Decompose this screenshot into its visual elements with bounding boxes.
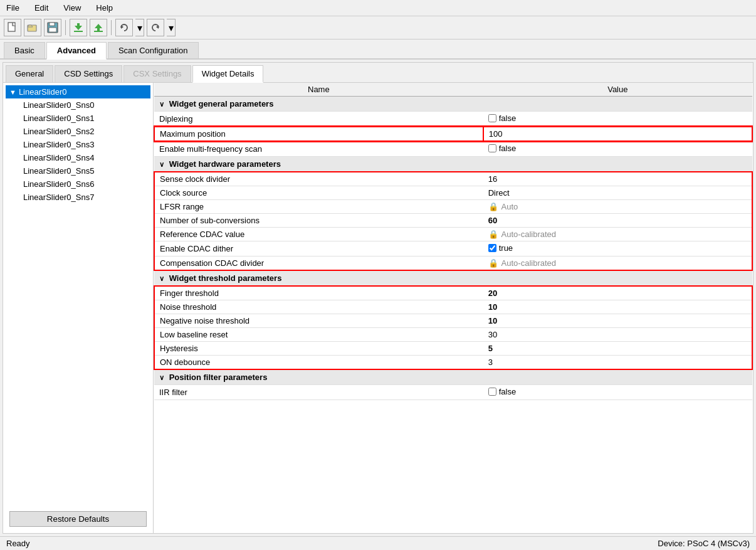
col-value-header: Value: [483, 83, 752, 97]
svg-rect-4: [49, 28, 56, 32]
tree-root-label: LinearSlider0: [19, 87, 67, 97]
tab-widget-details[interactable]: Widget Details: [192, 65, 264, 83]
multifreq-checkbox[interactable]: [488, 144, 496, 152]
lfsr-text: Auto: [501, 202, 518, 211]
prop-fingerthresh-value[interactable]: 20: [483, 286, 752, 300]
row-lfsr-range: LFSR range 🔒 Auto: [154, 200, 752, 214]
tab-basic[interactable]: Basic: [4, 42, 45, 58]
toolbar-separator2: [111, 20, 112, 35]
tab-advanced[interactable]: Advanced: [46, 42, 107, 60]
prop-lfsr-name: LFSR range: [154, 200, 483, 214]
undo-dropdown[interactable]: ▾: [135, 19, 144, 36]
svg-marker-12: [156, 25, 159, 29]
section-thresh-label: Widget threshold parameters: [169, 273, 282, 283]
redo-dropdown[interactable]: ▾: [167, 19, 176, 36]
tree-child-label-0: LinearSlider0_Sns0: [23, 100, 94, 110]
cdac-dither-checkbox[interactable]: [488, 244, 496, 252]
prop-maxpos-name: Maximum position: [154, 127, 483, 141]
row-enable-multifreq: Enable multi-frequency scan false: [154, 141, 752, 157]
section-arrow-thresh[interactable]: ∨: [159, 275, 164, 282]
tree-spacer: [6, 204, 150, 507]
section-arrow-hw[interactable]: ∨: [159, 161, 164, 168]
row-sub-conversions: Number of sub-conversions 60: [154, 214, 752, 228]
restore-defaults-button[interactable]: Restore Defaults: [9, 511, 147, 527]
prop-cdac-value[interactable]: true: [483, 241, 752, 256]
tree-child-6[interactable]: LinearSlider0_Sns6: [6, 177, 150, 191]
open-button[interactable]: [24, 19, 41, 36]
tree-child-5[interactable]: LinearSlider0_Sns5: [6, 164, 150, 177]
prop-ondebounce-value[interactable]: 3: [483, 356, 752, 370]
tab-scan-configuration[interactable]: Scan Configuration: [108, 42, 199, 58]
cdac-text: true: [499, 243, 513, 253]
prop-refcdac-value: 🔒 Auto-calibrated: [483, 228, 752, 241]
undo-button[interactable]: [115, 19, 133, 36]
row-clock-source: Clock source Direct: [154, 186, 752, 200]
prop-hysteresis-value[interactable]: 5: [483, 342, 752, 356]
prop-lfsr-value: 🔒 Auto: [483, 200, 752, 214]
redo-button[interactable]: [147, 19, 164, 36]
diplexing-checkbox[interactable]: [488, 114, 496, 122]
new-button[interactable]: [4, 19, 21, 36]
row-hysteresis: Hysteresis 5: [154, 342, 752, 356]
prop-lowbaseline-name: Low baseline reset: [154, 328, 483, 342]
tree-child-label-3: LinearSlider0_Sns3: [23, 140, 94, 149]
prop-compcdac-name: Compensation CDAC divider: [154, 256, 483, 271]
menu-view[interactable]: View: [61, 2, 83, 14]
iir-checkbox[interactable]: [488, 388, 496, 396]
prop-lowbaseline-value[interactable]: 30: [483, 328, 752, 342]
prop-ondebounce-name: ON debounce: [154, 356, 483, 370]
svg-rect-6: [77, 23, 80, 26]
props-panel: Name Value ∨ Widget general parameters: [154, 83, 753, 533]
tree-child-0[interactable]: LinearSlider0_Sns0: [6, 98, 150, 112]
tree-root[interactable]: ▼ LinearSlider0: [6, 85, 150, 98]
prop-negnoisethresh-name: Negative noise threshold: [154, 314, 483, 328]
download-button[interactable]: [70, 19, 87, 36]
refcdac-text: Auto-calibrated: [501, 230, 556, 239]
menu-help[interactable]: Help: [93, 2, 115, 14]
menu-file[interactable]: File: [4, 2, 22, 14]
prop-diplexing-value[interactable]: false: [483, 112, 752, 127]
row-diplexing: Diplexing false: [154, 112, 752, 127]
prop-senseclock-name: Sense clock divider: [154, 172, 483, 186]
prop-subconv-name: Number of sub-conversions: [154, 214, 483, 228]
row-finger-threshold: Finger threshold 20: [154, 286, 752, 300]
section-arrow-pf[interactable]: ∨: [159, 374, 164, 381]
tree-child-1[interactable]: LinearSlider0_Sns1: [6, 112, 150, 125]
prop-iir-value[interactable]: false: [483, 385, 752, 400]
section-widget-hardware: ∨ Widget hardware parameters: [154, 157, 752, 172]
panel: ▼ LinearSlider0 LinearSlider0_Sns0 Linea…: [3, 83, 753, 533]
prop-negnoisethresh-value[interactable]: 10: [483, 314, 752, 328]
sub-tabs-container: General CSD Settings CSX Settings Widget…: [3, 63, 753, 533]
tab-csx-settings[interactable]: CSX Settings: [123, 65, 191, 82]
diplexing-checkbox-container: false: [488, 114, 516, 123]
prop-noisethresh-value[interactable]: 10: [483, 300, 752, 314]
status-right: Device: PSoC 4 (MSCv3): [658, 539, 750, 548]
prop-iir-name: IIR filter: [154, 385, 483, 400]
lfsr-lock-icon: 🔒: [488, 202, 498, 211]
iir-text: false: [499, 387, 516, 396]
tab-csd-settings[interactable]: CSD Settings: [55, 65, 122, 82]
section-pf-label: Position filter parameters: [169, 373, 268, 382]
tab-general[interactable]: General: [6, 65, 53, 82]
tree-child-7[interactable]: LinearSlider0_Sns7: [6, 191, 150, 204]
menu-edit[interactable]: Edit: [32, 2, 51, 14]
prop-maxpos-value[interactable]: 100: [483, 127, 752, 141]
svg-rect-3: [50, 23, 55, 26]
section-widget-general-label: ∨ Widget general parameters: [154, 97, 752, 112]
svg-marker-5: [75, 26, 82, 30]
tree-child-2[interactable]: LinearSlider0_Sns2: [6, 125, 150, 138]
tree-child-3[interactable]: LinearSlider0_Sns3: [6, 138, 150, 151]
upload-button[interactable]: [90, 19, 107, 36]
section-arrow[interactable]: ∨: [159, 100, 164, 108]
save-button[interactable]: [44, 19, 61, 36]
prop-compcdac-value: 🔒 Auto-calibrated: [483, 256, 752, 271]
prop-clocksource-value[interactable]: Direct: [483, 186, 752, 200]
status-left: Ready: [6, 539, 30, 548]
prop-senseclock-value[interactable]: 16: [483, 172, 752, 186]
prop-multifreq-value[interactable]: false: [483, 141, 752, 157]
prop-noisethresh-name: Noise threshold: [154, 300, 483, 314]
tree-child-4[interactable]: LinearSlider0_Sns4: [6, 151, 150, 164]
tree-child-label-2: LinearSlider0_Sns2: [23, 127, 94, 136]
prop-subconv-value[interactable]: 60: [483, 214, 752, 228]
menu-bar: File Edit View Help: [0, 0, 756, 16]
